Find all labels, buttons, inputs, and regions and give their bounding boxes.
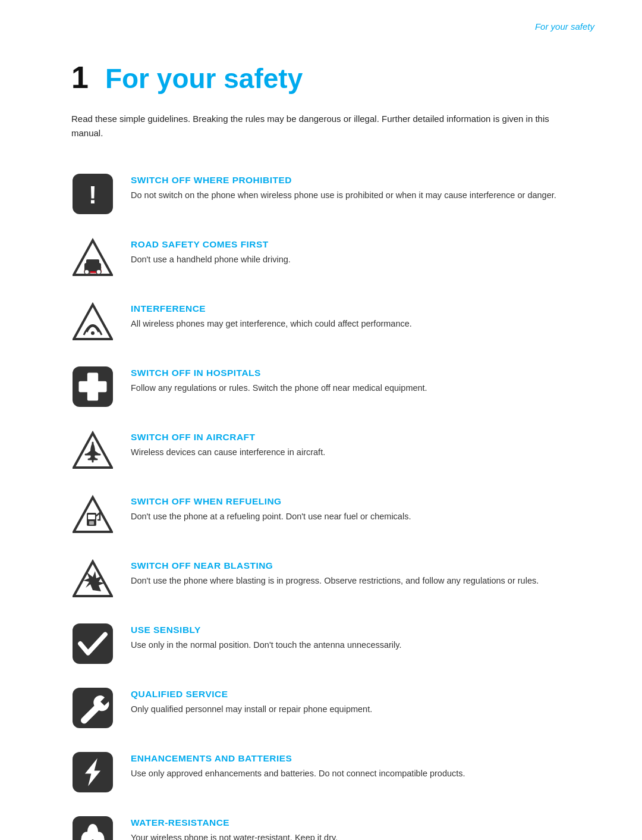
item-title: ROAD SAFETY COMES FIRST (131, 239, 594, 250)
list-item: ENHANCEMENTS AND BATTERIES Use only appr… (71, 740, 594, 804)
item-desc: Only qualified personnel may install or … (131, 703, 571, 716)
item-title: WATER-RESISTANCE (131, 817, 594, 828)
svg-point-5 (84, 269, 89, 274)
item-desc: All wireless phones may get interference… (131, 317, 571, 330)
item-title: SWITCH OFF IN AIRCRAFT (131, 432, 594, 443)
list-item: ! SWITCH OFF WHERE PROHIBITED Do not swi… (71, 162, 594, 226)
item-title: USE SENSIBLY (131, 625, 594, 635)
list-item: INTERFERENCE All wireless phones may get… (71, 290, 594, 355)
water-square-icon (71, 815, 114, 840)
item-desc: Your wireless phone is not water-resista… (131, 831, 571, 840)
blast-triangle-icon (71, 558, 114, 601)
svg-rect-15 (88, 515, 95, 519)
chapter-number: 1 (71, 59, 89, 95)
cross-square-icon (71, 365, 114, 408)
wrench-square-icon (71, 687, 114, 729)
list-item: QUALIFIED SERVICE Only qualified personn… (71, 676, 594, 740)
svg-text:!: ! (89, 181, 97, 209)
svg-rect-4 (86, 259, 99, 265)
car-triangle-icon: 🚗 (71, 237, 114, 280)
svg-rect-16 (89, 521, 94, 525)
list-item: WATER-RESISTANCE Your wireless phone is … (71, 804, 594, 840)
item-desc: Use only in the normal position. Don't t… (131, 638, 571, 651)
plane-triangle-icon (71, 430, 114, 472)
item-desc: Don't use the phone where blasting is in… (131, 574, 571, 587)
item-title: SWITCH OFF IN HOSPITALS (131, 368, 594, 378)
item-title: ENHANCEMENTS AND BATTERIES (131, 753, 594, 764)
list-item: SWITCH OFF NEAR BLASTING Don't use the p… (71, 547, 594, 612)
svg-point-6 (96, 269, 101, 274)
item-desc: Use only approved enhancements and batte… (131, 767, 571, 780)
list-item: SWITCH OFF IN HOSPITALS Follow any regul… (71, 355, 594, 419)
list-item: 🚗 ROAD SAFETY COMES FIRST Don't use a ha… (71, 226, 594, 290)
svg-rect-10 (78, 381, 106, 392)
item-desc: Follow any regulations or rules. Switch … (131, 381, 571, 394)
item-desc: Do not switch on the phone when wireless… (131, 189, 571, 202)
signal-triangle-icon (71, 301, 114, 344)
list-item: SWITCH OFF IN AIRCRAFT Wireless devices … (71, 419, 594, 483)
item-title: SWITCH OFF WHEN REFUELING (131, 496, 594, 507)
item-desc: Don't use the phone at a refueling point… (131, 510, 571, 523)
chapter-title: For your safety (105, 62, 303, 95)
intro-text: Read these simple guidelines. Breaking t… (71, 112, 559, 140)
fuel-triangle-icon (71, 494, 114, 537)
svg-point-8 (91, 331, 95, 335)
item-title: QUALIFIED SERVICE (131, 689, 594, 700)
item-desc: Don't use a handheld phone while driving… (131, 253, 571, 266)
lightning-square-icon (71, 751, 114, 794)
item-title: INTERFERENCE (131, 303, 594, 314)
safety-items-list: ! SWITCH OFF WHERE PROHIBITED Do not swi… (71, 162, 594, 840)
svg-point-20 (87, 824, 98, 839)
item-title: SWITCH OFF WHERE PROHIBITED (131, 175, 594, 186)
exclamation-square-icon: ! (71, 173, 114, 215)
header-label: For your safety (535, 21, 594, 32)
item-title: SWITCH OFF NEAR BLASTING (131, 560, 594, 571)
list-item: USE SENSIBLY Use only in the normal posi… (71, 612, 594, 676)
item-desc: Wireless devices can cause interference … (131, 446, 571, 459)
list-item: SWITCH OFF WHEN REFUELING Don't use the … (71, 483, 594, 547)
checkmark-square-icon (71, 622, 114, 665)
